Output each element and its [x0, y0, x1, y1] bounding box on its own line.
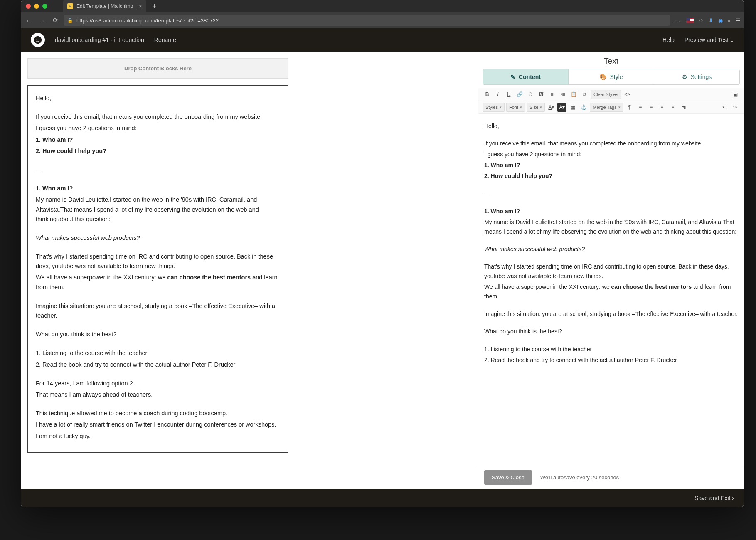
ol-button[interactable]: ≡: [547, 90, 557, 99]
clear-styles-button[interactable]: Clear Styles: [591, 90, 621, 99]
chevron-right-icon: ›: [732, 495, 734, 501]
tab-title: Edit Template | Mailchimp: [76, 3, 133, 9]
text: If you receive this email, that means yo…: [36, 112, 280, 122]
source-button[interactable]: <>: [623, 90, 632, 99]
flag-icon: [686, 18, 694, 23]
browser-window: ✉ Edit Template | Mailchimp × + ← → ⟳ 🔒 …: [21, 0, 744, 507]
text: For 14 years, I am following option 2.: [36, 379, 280, 388]
more-icon[interactable]: ···: [674, 17, 681, 24]
address-bar: ← → ⟳ 🔒 https://us3.admin.mailchimp.com/…: [21, 12, 744, 28]
rename-button[interactable]: Rename: [154, 37, 176, 43]
url-bar[interactable]: 🔒 https://us3.admin.mailchimp.com/templa…: [64, 15, 670, 26]
close-window-button[interactable]: [26, 4, 31, 9]
panel-title: Text: [478, 52, 744, 69]
svg-point-1: [36, 39, 37, 39]
image-button[interactable]: 🖼: [537, 90, 546, 99]
lock-icon: 🔒: [67, 18, 73, 23]
text: That's why I started spending time on IR…: [36, 252, 280, 271]
text: Imagine this situation: you are at schoo…: [36, 301, 280, 321]
align-right-button[interactable]: ≡: [657, 103, 667, 112]
ul-button[interactable]: •≡: [558, 90, 567, 99]
undo-button[interactable]: ↶: [720, 103, 729, 112]
help-link[interactable]: Help: [662, 37, 675, 43]
text: This technique allowed me to become a co…: [36, 409, 280, 418]
redo-button[interactable]: ↷: [731, 103, 740, 112]
tab-content[interactable]: ✎ Content: [483, 69, 569, 84]
svg-point-2: [39, 39, 39, 39]
text: What do you think is the best?: [36, 330, 280, 339]
bookmark-icon[interactable]: ☆: [699, 17, 704, 24]
toolbar-row-2: Styles▾ Font▾ Size▾ A▾ A▾ ▦ ⚓ Merge Tags…: [478, 101, 744, 114]
tab-style[interactable]: 🎨 Style: [569, 69, 654, 84]
align-justify-button[interactable]: ≡: [668, 103, 677, 112]
paste-button[interactable]: 📋: [569, 90, 578, 99]
forward-button[interactable]: →: [37, 16, 47, 25]
app-topbar: davidl onboarding #1 - introduction Rena…: [21, 28, 744, 52]
collapse-button[interactable]: ▣: [731, 90, 740, 99]
back-button[interactable]: ←: [24, 16, 33, 25]
chevron-down-icon: ⌄: [730, 38, 734, 43]
anchor-button[interactable]: ⚓: [579, 103, 588, 112]
paragraph-button[interactable]: ¶: [625, 103, 634, 112]
text: —: [36, 165, 280, 175]
table-button[interactable]: ▦: [568, 103, 577, 112]
code-button[interactable]: ∅: [526, 90, 535, 99]
window-controls: [26, 4, 47, 9]
font-dropdown[interactable]: Font▾: [506, 103, 525, 112]
side-panel: Text ✎ Content 🎨 Style ⚙ Settings B I: [478, 52, 744, 489]
bold-button[interactable]: B: [483, 90, 492, 99]
email-canvas: Drop Content Blocks Here Hello, If you r…: [21, 52, 295, 489]
text-block-selected[interactable]: Hello, If you receive this email, that m…: [27, 85, 288, 453]
palette-icon: 🎨: [599, 74, 606, 80]
text: My name is David Leuliette.I started on …: [36, 195, 280, 224]
text: 1. Listening to the course with the teac…: [36, 348, 280, 358]
favicon-icon: ✉: [67, 3, 73, 9]
ltr-button[interactable]: ↹: [679, 103, 688, 112]
maximize-window-button[interactable]: [42, 4, 47, 9]
drop-zone[interactable]: Drop Content Blocks Here: [27, 58, 288, 79]
text: I guess you have 2 questions in mind:: [36, 123, 280, 133]
styles-dropdown[interactable]: Styles▾: [483, 103, 505, 112]
minimize-window-button[interactable]: [34, 4, 39, 9]
save-exit-button[interactable]: Save and Exit ›: [694, 495, 734, 501]
monkey-icon: [33, 35, 42, 44]
addr-right: ··· ☆ ⬇ ◉ » ☰: [674, 17, 741, 24]
text: Hello,: [36, 94, 280, 103]
text: I am not a lucky guy.: [36, 432, 280, 441]
textcolor-button[interactable]: A▾: [547, 103, 556, 112]
rich-text-editor[interactable]: Hello, If you receive this email, that m…: [478, 114, 744, 466]
toolbar-row-1: B I U 🔗 ∅ 🖼 ≡ •≡ 📋 ⧉ Clear Styles <> ▣: [478, 88, 744, 101]
extension-icon[interactable]: ◉: [718, 17, 723, 24]
menu-icon[interactable]: ☰: [736, 17, 741, 24]
link-button[interactable]: 🔗: [515, 90, 524, 99]
merge-tags-dropdown[interactable]: Merge Tags▾: [590, 103, 623, 112]
text: We all have a superpower in the XXI cent…: [36, 273, 280, 292]
svg-point-0: [34, 36, 42, 44]
size-dropdown[interactable]: Size▾: [527, 103, 545, 112]
overflow-icon[interactable]: »: [728, 17, 731, 24]
save-close-button[interactable]: Save & Close: [484, 470, 532, 485]
preview-test-menu[interactable]: Preview and Test ⌄: [685, 37, 734, 43]
text: 1. Who am I?: [36, 184, 280, 193]
underline-button[interactable]: U: [504, 90, 513, 99]
tab-settings[interactable]: ⚙ Settings: [654, 69, 739, 84]
gear-icon: ⚙: [682, 74, 687, 80]
pencil-icon: ✎: [510, 74, 515, 80]
mailchimp-logo[interactable]: [31, 33, 45, 47]
save-bar: Save & Close We'll autosave every 20 sec…: [478, 466, 744, 489]
align-left-button[interactable]: ≡: [636, 103, 645, 112]
browser-tab[interactable]: ✉ Edit Template | Mailchimp ×: [63, 0, 146, 12]
bgcolor-button[interactable]: A▾: [557, 103, 566, 112]
copy-button[interactable]: ⧉: [580, 90, 589, 99]
align-center-button[interactable]: ≡: [647, 103, 656, 112]
template-name[interactable]: davidl onboarding #1 - introduction: [55, 37, 144, 43]
autosave-message: We'll autosave every 20 seconds: [540, 474, 619, 481]
app-footer: Save and Exit ›: [21, 489, 744, 507]
download-icon[interactable]: ⬇: [709, 17, 713, 24]
italic-button[interactable]: I: [493, 90, 502, 99]
canvas-spacer: [295, 52, 478, 489]
new-tab-button[interactable]: +: [152, 2, 157, 11]
window-titlebar: ✉ Edit Template | Mailchimp × +: [21, 0, 744, 12]
reload-button[interactable]: ⟳: [51, 16, 60, 25]
close-tab-button[interactable]: ×: [139, 3, 142, 10]
